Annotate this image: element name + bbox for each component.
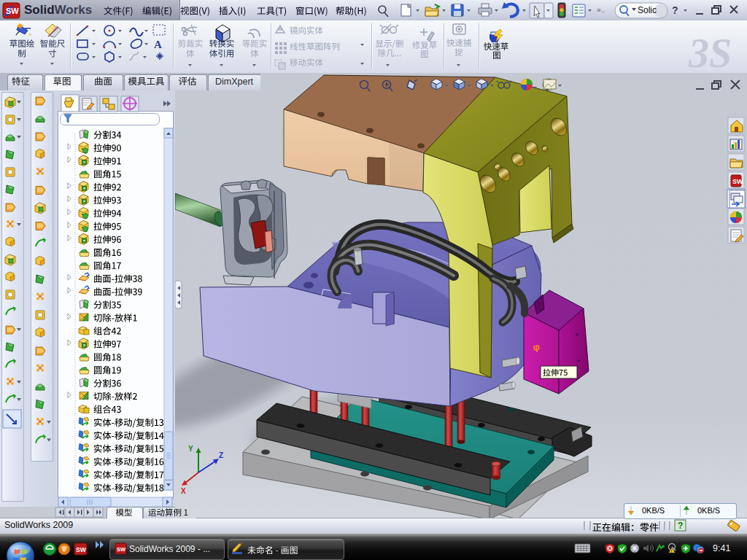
svg-text:SW: SW — [76, 546, 87, 553]
svg-text:Y: Y — [188, 445, 193, 453]
svg-text:?: ? — [672, 4, 678, 16]
svg-text:?: ? — [678, 521, 683, 531]
svg-text:X: X — [181, 487, 186, 495]
svg-text:3S: 3S — [688, 31, 732, 76]
svg-text:»..: ».. — [597, 6, 605, 14]
svg-text:SW: SW — [117, 546, 126, 553]
svg-text:A: A — [154, 39, 162, 50]
svg-text:SW: SW — [732, 178, 743, 185]
svg-text:Z: Z — [219, 451, 223, 459]
svg-text:!: ! — [671, 549, 673, 553]
svg-text:Solic: Solic — [638, 5, 657, 15]
svg-text:SW: SW — [6, 7, 19, 15]
